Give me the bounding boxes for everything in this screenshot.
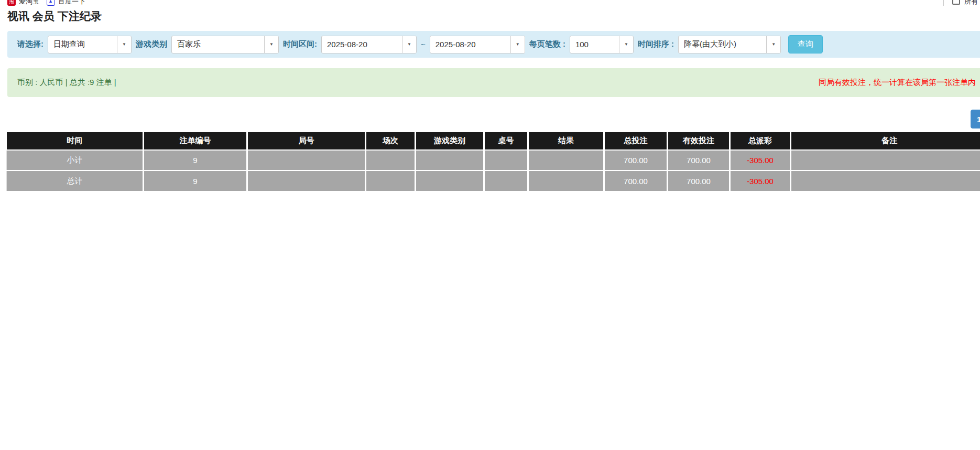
total-count: 9 [144,170,247,191]
browser-bookmarks-bar: 爱淘宝 百度一下 所有 [0,0,980,8]
table-header-cell: 备注 [791,132,980,150]
date-to-picker[interactable]: 2025-08-20 ▼ [430,36,525,53]
bookmark-label: 百度一下 [58,0,85,6]
page-1-button[interactable]: 1 [971,110,980,128]
bookmark-label: 爱淘宝 [19,0,39,6]
search-button[interactable]: 查询 [788,35,823,53]
game-type-label: 游戏类别 [136,39,167,49]
all-bookmarks[interactable]: 所有 [943,0,978,6]
summary-bar: 币别 : 人民币 | 总共 :9 注单 | 同局有效投注，统一计算在该局第一张注… [7,68,980,97]
game-type-select[interactable]: 百家乐 ▼ [171,36,279,53]
subtotal-label: 小计 [7,150,144,170]
chevron-down-icon[interactable]: ▼ [402,36,416,53]
table-header-cell: 局号 [247,132,366,150]
total-payout: -305.00 [730,170,791,191]
date-to-value: 2025-08-20 [430,40,510,49]
total-valid-bet: 700.00 [668,170,730,191]
taobao-favicon-icon [7,0,16,6]
total-label: 总计 [7,170,144,191]
table-header-cell: 时间 [7,132,144,150]
bet-records-table: 时间注单编号局号场次游戏类别桌号结果总投注有效投注总派彩备注 小计 9 700.… [6,132,980,191]
currency-total-text: 币别 : 人民币 | 总共 :9 注单 | [17,78,116,88]
date-from-value: 2025-08-20 [322,40,402,49]
time-sort-select[interactable]: 降幂(由大到小) ▼ [678,36,781,53]
chevron-down-icon[interactable]: ▼ [117,36,131,53]
valid-bet-notice-text: 同局有效投注，统一计算在该局第一张注单内 [819,78,976,88]
pagination: 1 [0,97,980,132]
table-header-cell: 有效投注 [668,132,730,150]
table-header-cell: 场次 [366,132,416,150]
chevron-down-icon[interactable]: ▼ [619,36,633,53]
table-header-cell: 总派彩 [730,132,791,150]
chevron-down-icon[interactable]: ▼ [264,36,278,53]
total-row: 总计 9 700.00 700.00 -305.00 [7,170,980,191]
all-bookmarks-label: 所有 [964,0,978,6]
query-type-label: 请选择: [17,39,43,49]
total-total-bet: 700.00 [604,170,668,191]
subtotal-total-bet: 700.00 [604,150,668,170]
table-header-cell: 桌号 [484,132,528,150]
date-range-label: 时间区间: [283,39,317,49]
query-type-value: 日期查询 [48,39,117,49]
subtotal-row: 小计 9 700.00 700.00 -305.00 [7,150,980,170]
page-size-label: 每页笔数 : [529,39,565,49]
table-header-cell: 总投注 [604,132,668,150]
date-from-picker[interactable]: 2025-08-20 ▼ [321,36,417,53]
page-title: 视讯 会员 下注纪录 [7,9,980,24]
bookmark-baidu[interactable]: 百度一下 [47,0,85,6]
time-sort-label: 时间排序 : [638,39,674,49]
subtotal-payout: -305.00 [730,150,791,170]
game-type-value: 百家乐 [172,39,264,49]
baidu-favicon-icon [47,0,55,6]
folder-icon [952,0,960,5]
bookmark-aitaobao[interactable]: 爱淘宝 [7,0,39,6]
chevron-down-icon[interactable]: ▼ [510,36,525,53]
table-header-cell: 结果 [528,132,604,150]
separator [943,0,944,6]
subtotal-valid-bet: 700.00 [668,150,730,170]
query-type-select[interactable]: 日期查询 ▼ [48,36,132,53]
time-sort-value: 降幂(由大到小) [679,39,766,49]
subtotal-count: 9 [144,150,247,170]
filter-panel: 请选择: 日期查询 ▼ 游戏类别 百家乐 ▼ 时间区间: 2025-08-20 … [7,31,980,58]
table-header-cell: 游戏类别 [416,132,484,150]
table-header-cell: 注单编号 [144,132,247,150]
chevron-down-icon[interactable]: ▼ [766,36,780,53]
table-header-row: 时间注单编号局号场次游戏类别桌号结果总投注有效投注总派彩备注 [7,132,980,150]
range-separator: ~ [421,40,426,49]
page-size-select[interactable]: 100 ▼ [570,36,634,53]
page-size-value: 100 [570,40,619,49]
